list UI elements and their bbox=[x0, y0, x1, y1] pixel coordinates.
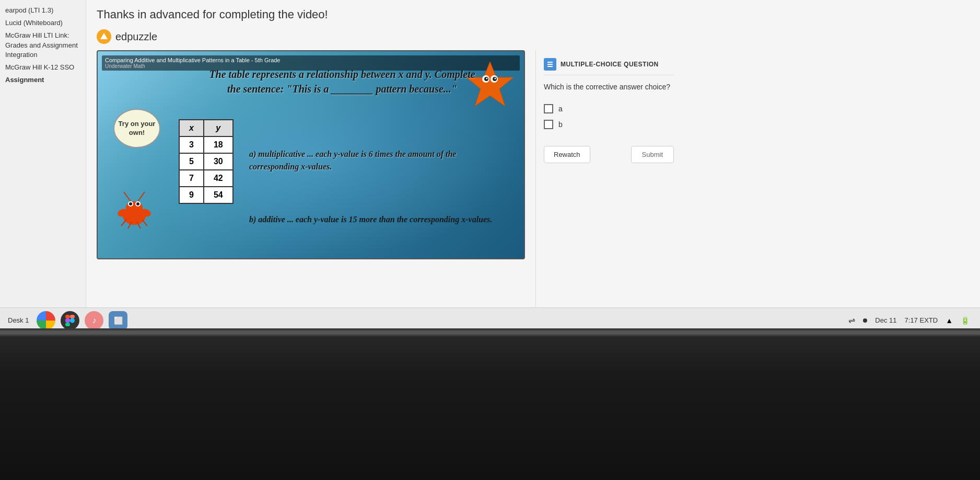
mc-buttons: Rewatch Submit bbox=[544, 146, 674, 163]
table-cell: 3 bbox=[179, 136, 204, 153]
table-cell: 30 bbox=[204, 153, 233, 170]
wifi-icon: ▲ bbox=[946, 316, 953, 325]
main-content: Thanks in advanced for completing the vi… bbox=[86, 0, 980, 323]
creature-decoration bbox=[113, 184, 155, 237]
table-cell: 42 bbox=[204, 170, 233, 187]
svg-rect-29 bbox=[65, 323, 70, 326]
svg-rect-25 bbox=[65, 315, 70, 318]
mc-icon bbox=[544, 58, 556, 71]
table-row: 3 18 bbox=[179, 136, 233, 153]
mc-option-b-label: b bbox=[558, 120, 563, 129]
svg-rect-26 bbox=[70, 315, 75, 318]
table-cell: 9 bbox=[179, 187, 204, 203]
table-row: 7 42 bbox=[179, 170, 233, 187]
right-panel: MULTIPLE-CHOICE QUESTION Which is the co… bbox=[535, 50, 682, 315]
mc-option-b[interactable]: b bbox=[544, 120, 674, 129]
taskbar-arrows-icon: ⇌ bbox=[848, 315, 855, 325]
bezel-top bbox=[0, 328, 980, 336]
taskbar-time: 7:17 EXTD bbox=[905, 316, 938, 324]
sidebar-item-earpod[interactable]: earpod (LTI 1.3) bbox=[5, 4, 80, 17]
table-header-x: x bbox=[179, 120, 204, 136]
chrome-icon[interactable] bbox=[37, 311, 55, 330]
svg-line-21 bbox=[142, 220, 147, 226]
music-icon[interactable]: ♪ bbox=[85, 311, 103, 330]
video-title: Comparing Additive and Multiplicative Pa… bbox=[105, 57, 517, 63]
mc-header: MULTIPLE-CHOICE QUESTION bbox=[544, 58, 674, 75]
answer-a-text: a) multiplicative ... each y-value is 6 … bbox=[249, 148, 498, 173]
table-cell: 54 bbox=[204, 187, 233, 203]
submit-button[interactable]: Submit bbox=[631, 146, 674, 163]
mc-checkbox-a[interactable] bbox=[544, 104, 553, 113]
table-cell: 5 bbox=[179, 153, 204, 170]
svg-point-13 bbox=[136, 202, 139, 205]
mc-title: MULTIPLE-CHOICE QUESTION bbox=[561, 61, 659, 68]
table-header-y: y bbox=[204, 120, 233, 136]
taskbar-date: Dec 11 bbox=[875, 316, 896, 324]
try-bubble: Try on your own! bbox=[113, 109, 160, 148]
screen-area: earpod (LTI 1.3) Lucid (Whiteboard) McGr… bbox=[0, 0, 980, 323]
edpuzzle-header: edpuzzle bbox=[97, 29, 970, 44]
thanks-text: Thanks in advanced for completing the vi… bbox=[97, 8, 970, 21]
math-table: x y 3 18 5 30 7 bbox=[179, 119, 234, 204]
laptop-bezel bbox=[0, 328, 980, 480]
edpuzzle-logo-icon bbox=[97, 29, 111, 44]
taskbar-desk-label: Desk 1 bbox=[8, 316, 29, 324]
mc-option-a[interactable]: a bbox=[544, 104, 674, 113]
table-row: 9 54 bbox=[179, 187, 233, 203]
taskbar-right: ⇌ Dec 11 7:17 EXTD ▲ 🔋 bbox=[848, 315, 970, 325]
mc-option-a-label: a bbox=[558, 105, 563, 113]
svg-rect-24 bbox=[547, 66, 553, 67]
svg-line-15 bbox=[138, 192, 145, 201]
sidebar: earpod (LTI 1.3) Lucid (Whiteboard) McGr… bbox=[0, 0, 86, 323]
screen-icon[interactable]: ⬜ bbox=[109, 311, 127, 330]
table-cell: 18 bbox=[204, 136, 233, 153]
edpuzzle-label: edpuzzle bbox=[115, 31, 157, 43]
svg-point-12 bbox=[129, 202, 132, 205]
mc-checkbox-b[interactable] bbox=[544, 120, 553, 129]
table-cell: 7 bbox=[179, 170, 204, 187]
video-question-text: The table represents a relationship betw… bbox=[202, 67, 482, 96]
svg-rect-22 bbox=[547, 62, 553, 63]
sidebar-item-mcgraw-lti[interactable]: McGraw Hill LTI Link: Grades and Assignm… bbox=[5, 29, 80, 61]
mc-question: Which is the corrective answer choice? bbox=[544, 82, 674, 93]
svg-line-14 bbox=[124, 192, 131, 201]
mc-options: a b bbox=[544, 104, 674, 129]
sidebar-item-assignment[interactable]: Assignment bbox=[5, 74, 80, 86]
taskbar-dot-indicator bbox=[863, 318, 867, 323]
figma-icon[interactable] bbox=[61, 311, 79, 330]
table-row: 5 30 bbox=[179, 153, 233, 170]
svg-point-7 bbox=[495, 78, 496, 79]
rewatch-button[interactable]: Rewatch bbox=[544, 146, 590, 163]
answer-b-text: b) additive ... each y-value is 15 more … bbox=[249, 213, 498, 226]
video-container: Comparing Additive and Multiplicative Pa… bbox=[97, 50, 970, 315]
svg-rect-23 bbox=[547, 64, 553, 65]
video-player[interactable]: Comparing Additive and Multiplicative Pa… bbox=[97, 50, 525, 259]
svg-point-28 bbox=[70, 318, 75, 323]
svg-marker-0 bbox=[100, 33, 108, 39]
sidebar-item-mcgraw-k12[interactable]: McGraw Hill K-12 SSO bbox=[5, 61, 80, 74]
sidebar-item-lucid[interactable]: Lucid (Whiteboard) bbox=[5, 17, 80, 29]
svg-point-6 bbox=[486, 78, 488, 79]
svg-line-18 bbox=[121, 220, 126, 226]
svg-rect-27 bbox=[65, 318, 70, 323]
battery-icon: 🔋 bbox=[961, 316, 970, 325]
